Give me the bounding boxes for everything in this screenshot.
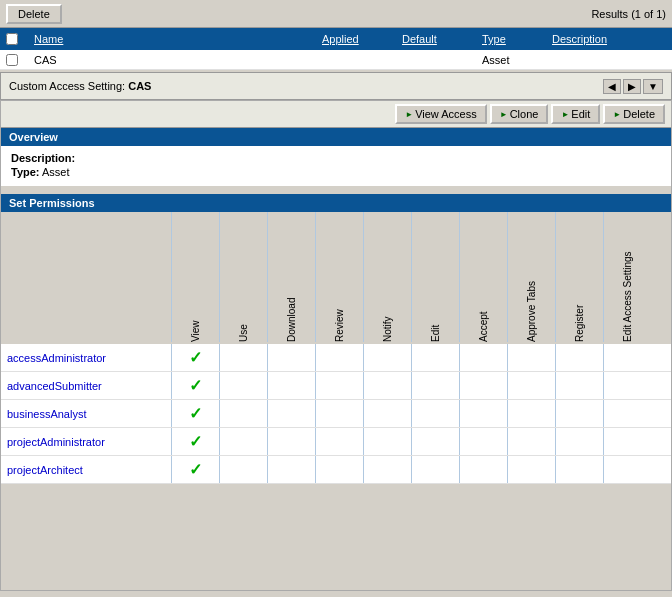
- next-button[interactable]: ▶: [623, 79, 641, 94]
- perm-cell-1-3: [315, 372, 363, 399]
- grid-role-row: businessAnalyst✓: [1, 400, 671, 428]
- checkmark-icon: ✓: [189, 348, 202, 367]
- clone-button[interactable]: ► Clone: [490, 104, 549, 124]
- perm-cell-0-4: [363, 344, 411, 371]
- role-name-projectAdministrator[interactable]: projectAdministrator: [1, 436, 171, 448]
- action-delete-label: Delete: [623, 108, 655, 120]
- role-name-accessAdministrator[interactable]: accessAdministrator: [1, 352, 171, 364]
- perm-label-download: Download: [286, 212, 297, 342]
- cas-label: Custom Access Setting:: [9, 80, 125, 92]
- perm-cell-0-6: [459, 344, 507, 371]
- action-delete-button[interactable]: ► Delete: [603, 104, 665, 124]
- perm-col-view: View: [171, 212, 219, 342]
- perm-cell-1-6: [459, 372, 507, 399]
- perm-cell-2-9: [603, 400, 651, 427]
- perm-col-register: Register: [555, 212, 603, 342]
- perm-cell-4-6: [459, 456, 507, 483]
- perm-cell-3-3: [315, 428, 363, 455]
- perm-cell-4-2: [267, 456, 315, 483]
- edit-button[interactable]: ► Edit: [551, 104, 600, 124]
- perm-label-use: Use: [238, 212, 249, 342]
- perm-cell-2-4: [363, 400, 411, 427]
- cas-title: Custom Access Setting: CAS: [9, 80, 151, 92]
- checkmark-icon: ✓: [189, 376, 202, 395]
- type-label: Type:: [11, 166, 40, 178]
- prev-button[interactable]: ◀: [603, 79, 621, 94]
- perm-label-view: View: [190, 212, 201, 342]
- perm-cell-0-7: [507, 344, 555, 371]
- checkmark-icon: ✓: [189, 432, 202, 451]
- perm-cell-3-5: [411, 428, 459, 455]
- perm-col-download: Download: [267, 212, 315, 342]
- cas-value: CAS: [128, 80, 151, 92]
- delete-button[interactable]: Delete: [6, 4, 62, 24]
- perm-cell-1-9: [603, 372, 651, 399]
- perm-cell-1-4: [363, 372, 411, 399]
- perm-label-edit-access: Edit Access Settings: [622, 212, 633, 342]
- description-row: Description:: [11, 152, 661, 164]
- perm-cell-4-1: [219, 456, 267, 483]
- perm-cell-1-5: [411, 372, 459, 399]
- perm-cell-2-2: [267, 400, 315, 427]
- overview-header: Overview: [1, 128, 671, 146]
- clone-label: Clone: [510, 108, 539, 120]
- role-name-advancedSubmitter[interactable]: advancedSubmitter: [1, 380, 171, 392]
- perm-label-edit: Edit: [430, 212, 441, 342]
- view-access-label: View Access: [415, 108, 477, 120]
- roles-container: accessAdministrator✓advancedSubmitter✓bu…: [1, 344, 671, 484]
- perm-cell-0-9: [603, 344, 651, 371]
- perm-cell-3-0: ✓: [171, 428, 219, 455]
- perm-cell-4-5: [411, 456, 459, 483]
- role-name-businessAnalyst[interactable]: businessAnalyst: [1, 408, 171, 420]
- perm-cell-2-6: [459, 400, 507, 427]
- perm-label-review: Review: [334, 212, 345, 342]
- view-access-icon: ►: [405, 110, 413, 119]
- perm-cell-1-8: [555, 372, 603, 399]
- menu-button[interactable]: ▼: [643, 79, 663, 94]
- col-default[interactable]: Default: [402, 33, 482, 45]
- description-label: Description:: [11, 152, 75, 164]
- perm-cell-1-2: [267, 372, 315, 399]
- perm-col-review: Review: [315, 212, 363, 342]
- grid-role-row: projectArchitect✓: [1, 456, 671, 484]
- perm-cell-4-7: [507, 456, 555, 483]
- header-checkbox-cell: [0, 33, 24, 45]
- clone-icon: ►: [500, 110, 508, 119]
- row-checkbox[interactable]: [6, 54, 18, 66]
- perm-cell-0-0: ✓: [171, 344, 219, 371]
- perm-cell-3-6: [459, 428, 507, 455]
- col-name[interactable]: Name: [24, 33, 322, 45]
- checkmark-icon: ✓: [189, 460, 202, 479]
- cas-header: Custom Access Setting: CAS ◀ ▶ ▼: [0, 72, 672, 100]
- role-name-projectArchitect[interactable]: projectArchitect: [1, 464, 171, 476]
- perm-cell-4-8: [555, 456, 603, 483]
- app-container: Delete Results (1 of 1) Name Applied Def…: [0, 0, 672, 597]
- perm-cell-2-1: [219, 400, 267, 427]
- type-value: Asset: [42, 166, 70, 178]
- perm-cell-4-9: [603, 456, 651, 483]
- col-applied[interactable]: Applied: [322, 33, 402, 45]
- select-all-checkbox[interactable]: [6, 33, 18, 45]
- perm-cell-3-1: [219, 428, 267, 455]
- permissions-header: Set Permissions: [1, 194, 671, 212]
- perm-label-notify: Notify: [382, 212, 393, 342]
- overview-content: Description: Type: Asset: [1, 146, 671, 186]
- perm-cell-1-7: [507, 372, 555, 399]
- row-name: CAS: [24, 54, 322, 66]
- perm-col-accept: Accept: [459, 212, 507, 342]
- perm-col-edit: Edit: [411, 212, 459, 342]
- results-text: Results (1 of 1): [591, 8, 666, 20]
- perm-cell-1-0: ✓: [171, 372, 219, 399]
- table-row: CAS Asset: [0, 50, 672, 70]
- table-header: Name Applied Default Type Description: [0, 28, 672, 50]
- grid-role-row: advancedSubmitter✓: [1, 372, 671, 400]
- perm-label-register: Register: [574, 212, 585, 342]
- scroll-container[interactable]: ► View Access ► Clone ► Edit ► Delete Ov…: [0, 100, 672, 591]
- view-access-button[interactable]: ► View Access: [395, 104, 486, 124]
- col-description[interactable]: Description: [552, 33, 672, 45]
- perm-cell-0-5: [411, 344, 459, 371]
- perm-cell-3-8: [555, 428, 603, 455]
- col-type[interactable]: Type: [482, 33, 552, 45]
- perm-cell-0-8: [555, 344, 603, 371]
- perm-label-approve-tabs: Approve Tabs: [526, 212, 537, 342]
